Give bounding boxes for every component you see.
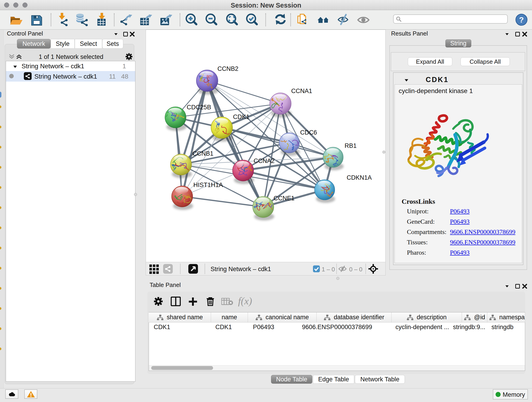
svg-text:CCNA1: CCNA1: [291, 88, 312, 95]
svg-text:CCNB2: CCNB2: [217, 65, 239, 72]
svg-text:CDC25B: CDC25B: [187, 104, 211, 111]
svg-text:CCNB1: CCNB1: [192, 150, 214, 157]
svg-text:CDKN1A: CDKN1A: [347, 174, 372, 181]
svg-text:CCNA2: CCNA2: [254, 157, 275, 164]
svg-text:CDK1: CDK1: [233, 114, 249, 120]
svg-text:RB1: RB1: [345, 142, 357, 149]
svg-text:HIST1H1A: HIST1H1A: [193, 182, 223, 188]
svg-text:CDC6: CDC6: [300, 129, 317, 136]
svg-text:CCNE1: CCNE1: [273, 195, 295, 202]
